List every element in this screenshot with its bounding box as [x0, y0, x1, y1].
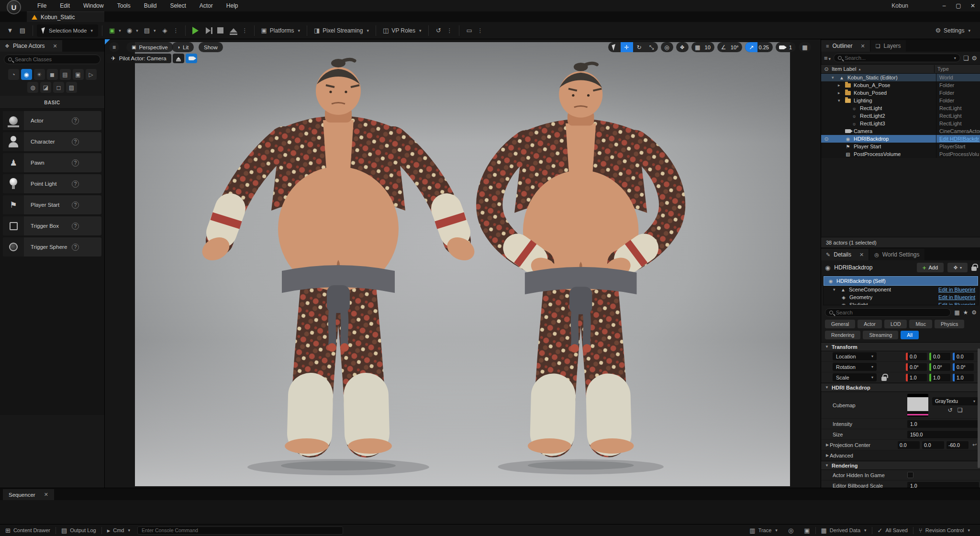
content-drawer-button[interactable]: ⊞ Content Drawer [0, 525, 56, 536]
camera-view-toggle[interactable] [186, 54, 197, 63]
menu-select[interactable]: Select [164, 0, 191, 11]
visual-effects-category-icon[interactable]: ▣ [73, 69, 84, 80]
scale-lock-icon[interactable] [881, 377, 887, 381]
place-actor-pawn[interactable]: ♟Pawn? [3, 153, 101, 172]
camera-speed-control[interactable]: 1 [776, 42, 796, 52]
outliner-row-kobun-static-editor[interactable]: ▾▲Kobun_Static (Editor)World [821, 74, 980, 81]
tab-place-actors[interactable]: ❖ Place Actors ✕ [0, 40, 62, 52]
edit-in-blueprint-link[interactable]: Edit in Blueprint [938, 302, 975, 305]
chevron-down-icon[interactable]: ▾ [954, 56, 956, 60]
cubemap-thumbnail[interactable] [907, 394, 928, 417]
all-classes-category-icon[interactable]: ▨ [66, 82, 77, 93]
expander-icon[interactable]: ▸ [838, 90, 844, 95]
component-row-geometry[interactable]: ◈GeometryEdit in Blueprint [824, 293, 978, 301]
reset-property-icon[interactable]: ↩ [972, 442, 977, 448]
hdri-section-header[interactable]: ▼ HDRI Backdrop [821, 383, 980, 392]
geometry-category-icon[interactable]: ◪ [40, 82, 51, 93]
outliner-row-postprocessvolume[interactable]: ▧PostProcessVolumePostProcessVolu [821, 150, 980, 158]
search-classes-input[interactable] [15, 56, 96, 62]
editor-modes-button[interactable]: ◈ [159, 24, 171, 37]
blueprints-button[interactable]: ◉ [124, 24, 141, 37]
toolbar-overflow-icon[interactable]: ⋮ [171, 27, 181, 34]
cmd-dropdown[interactable]: ▸ Cmd [102, 525, 135, 536]
category-chip-physics[interactable]: Physics [935, 320, 964, 328]
projection-x-input[interactable]: 0.0 [898, 441, 920, 449]
outliner-row-lighting[interactable]: ▾LightingFolder [821, 97, 980, 104]
outliner-row-rectlight3[interactable]: ☼RectLight3RectLight [821, 120, 980, 127]
location-y-input[interactable]: 0.0 [929, 353, 950, 360]
viewport-layout-button[interactable]: ▦ [799, 42, 811, 52]
add-actor-button[interactable]: ▣ [106, 24, 124, 37]
tab-outliner[interactable]: ≡ Outliner ✕ [821, 40, 870, 52]
scale-snap-value[interactable]: 0.25 [757, 45, 772, 50]
expander-icon[interactable]: ▾ [833, 287, 839, 292]
minimize-button[interactable]: – [937, 1, 951, 11]
outliner-row-kobun-a-pose[interactable]: ▸Kobun_A_PoseFolder [821, 81, 980, 89]
outliner-row-player-start[interactable]: ⚑Player StartPlayerStart [821, 143, 980, 150]
pixel-streaming-dropdown[interactable]: ◨Pixel Streaming [311, 24, 372, 37]
volumes-category-icon[interactable]: ◍ [27, 82, 38, 93]
category-chip-actor[interactable]: Actor [858, 320, 882, 328]
menu-build[interactable]: Build [138, 0, 163, 11]
tab-kobun-static[interactable]: Kobun_Static [27, 11, 104, 22]
scale-tool[interactable]: ⤡ [646, 42, 658, 52]
outliner-row-camera[interactable]: CameraCineCameraActor [821, 127, 980, 135]
close-button[interactable]: ✕ [966, 1, 980, 11]
tab-details[interactable]: ✎ Details ✕ [821, 249, 869, 260]
category-chip-streaming[interactable]: Streaming [863, 331, 898, 339]
lock-icon[interactable] [971, 267, 977, 271]
play-overflow-icon[interactable]: ⋮ [240, 27, 250, 34]
grid-snap-value[interactable]: 10 [704, 45, 714, 50]
edit-in-blueprint-link[interactable]: Edit in Blueprint [938, 294, 975, 300]
perspective-dropdown[interactable]: ▣ Perspective [126, 42, 173, 52]
stop-button[interactable] [214, 24, 227, 37]
location-z-input[interactable]: 0.0 [953, 353, 974, 360]
outliner-row-hdribackdrop[interactable]: ⊙◉HDRIBackdropEdit HDRIBackdr [821, 135, 980, 143]
component-row-scenecomponent[interactable]: ▾▲SceneComponentEdit in Blueprint [824, 286, 978, 293]
viewport[interactable]: ≡ ▣ Perspective ◑ Lit Show ✛ ↻ ⤡ ◎ ❖ ▦ 1… [105, 39, 821, 488]
tab-layers[interactable]: ❏ Layers [871, 40, 906, 52]
menu-edit[interactable]: Edit [54, 0, 76, 11]
location-axis-dropdown[interactable]: Location [833, 352, 877, 360]
vp-roles-dropdown[interactable]: ◫VP Roles [380, 24, 424, 37]
move-tool[interactable]: ✛ [621, 42, 633, 52]
menu-window[interactable]: Window [78, 0, 110, 11]
location-x-input[interactable]: 0.0 [906, 353, 927, 360]
outliner-search-input[interactable] [845, 55, 951, 61]
rendering-section-header[interactable]: ▼ Rendering [821, 461, 980, 470]
visibility-eye-icon[interactable]: ⊙ [821, 136, 832, 142]
world-space-toggle[interactable]: ◎ [661, 42, 673, 52]
cubemap-asset-dropdown[interactable]: GrayTextu [932, 397, 978, 405]
add-component-button[interactable]: + Add [917, 263, 944, 272]
selection-mode-dropdown[interactable]: Selection Mode [37, 24, 98, 37]
play-button[interactable] [189, 24, 202, 37]
filter-icon[interactable]: ≡ [824, 55, 831, 62]
expander-icon[interactable]: ▾ [832, 75, 838, 80]
column-type[interactable]: Type [934, 65, 978, 73]
intensity-input[interactable] [907, 420, 979, 428]
chevron-right-icon[interactable]: ▶ [826, 443, 830, 447]
column-item-label[interactable]: Item Label [832, 66, 856, 72]
toolbar-overflow-icon[interactable]: ⋮ [445, 27, 455, 34]
basic-category-icon[interactable]: ◉ [21, 69, 32, 80]
skip-button[interactable] [202, 24, 214, 37]
tab-world-settings[interactable]: ◎ World Settings [869, 249, 924, 260]
blueprint-convert-dropdown[interactable]: ❖▾ [947, 263, 968, 272]
place-actor-character[interactable]: Character? [3, 132, 101, 151]
category-chip-rendering[interactable]: Rendering [825, 331, 860, 339]
place-actor-trigger-box[interactable]: Trigger Box? [3, 216, 101, 235]
maximize-button[interactable]: ▢ [951, 1, 966, 11]
menu-tools[interactable]: Tools [111, 0, 136, 11]
screenshot-button[interactable]: ▣ [799, 525, 815, 536]
media-capture-button[interactable]: ▭ [463, 24, 476, 37]
edit-in-blueprint-link[interactable]: Edit in Blueprint [938, 287, 975, 292]
close-icon[interactable]: ✕ [859, 252, 864, 258]
browse-asset-icon[interactable]: ❏ [958, 407, 963, 413]
category-chip-lod[interactable]: LOD [884, 320, 907, 328]
outliner-settings-icon[interactable]: ⚙ [971, 55, 977, 62]
menu-file[interactable]: File [32, 0, 52, 11]
details-search-input[interactable] [836, 310, 947, 315]
outliner-row-kobun-posed[interactable]: ▸Kobun_PosedFolder [821, 89, 980, 97]
place-actor-point-light[interactable]: Point Light? [3, 174, 101, 193]
all-saved-button[interactable]: ✓ All Saved [872, 525, 913, 536]
